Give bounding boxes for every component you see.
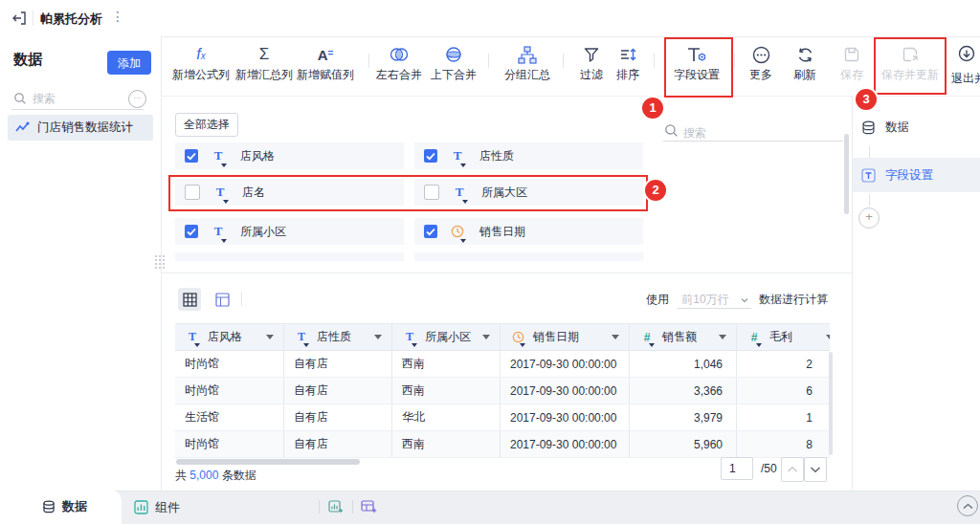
toolbar-sort[interactable]: 排序 (613, 42, 642, 88)
field-row-clipped (175, 252, 404, 261)
toolbar-save-and-update[interactable]: 保存并更新 (880, 42, 941, 88)
field-row-xiaoshouriqi[interactable]: 销售日期 (414, 218, 643, 245)
text-type-icon[interactable]: T (210, 148, 227, 164)
field-row-suoshuxiaoqu[interactable]: T 所属小区 (175, 218, 404, 245)
collapse-panel-button[interactable] (957, 495, 978, 516)
table-row[interactable]: 时尚馆 自有店 西南 2017-09-30 00:00:00 1,046 2 (175, 351, 830, 378)
row-count-value[interactable]: 5,000 (189, 469, 218, 482)
field-row-dianfengge[interactable]: T 店风格 (175, 142, 404, 169)
checkbox-checked[interactable] (424, 149, 437, 163)
text-type-icon[interactable]: T (212, 185, 229, 200)
checkbox-checked[interactable] (424, 225, 437, 238)
step-connector (869, 146, 870, 158)
field-settings-icon (671, 42, 723, 67)
sidebar-item-dataset[interactable]: 门店销售数据统计 (8, 115, 153, 141)
text-type-icon[interactable]: T (210, 224, 227, 239)
chevron-down-icon (740, 295, 749, 308)
checkbox-unchecked[interactable] (185, 185, 200, 200)
save-update-icon (880, 42, 941, 67)
page-down-button[interactable] (804, 457, 827, 482)
column-header[interactable]: # 销售额 (630, 324, 737, 351)
checkbox-checked[interactable] (185, 225, 198, 238)
header-dropdown-caret[interactable] (826, 335, 830, 339)
date-clock-icon[interactable] (449, 225, 466, 239)
field-row-clipped (414, 252, 643, 261)
panel-drag-handle[interactable] (154, 254, 165, 274)
field-row-dianming[interactable]: T 店名 (175, 179, 404, 206)
toolbar-filter[interactable]: 过滤 (577, 42, 606, 88)
tab-data[interactable]: 数据 (0, 490, 122, 524)
checkbox-unchecked[interactable] (424, 185, 439, 200)
toolbar-merge-top-bottom[interactable]: 上下合并 (429, 42, 479, 88)
toolbar-field-settings[interactable]: 字段设置 (671, 42, 723, 88)
venn-horizontal-icon (374, 42, 424, 67)
table-header-row: T 店风格 T 店性质 T 所属小区 销售日期 # 销售额 # 毛利 (175, 324, 830, 351)
table-row[interactable]: 时尚馆 自有店 西南 2017-09-30 00:00:00 5,960 8 (175, 431, 830, 458)
page-number-input[interactable] (721, 457, 753, 480)
exit-preview-icon[interactable] (957, 44, 980, 66)
toolbar-new-assign-column[interactable]: A= 新增赋值列 (295, 42, 356, 88)
column-header[interactable]: # 毛利 (737, 324, 830, 351)
kebab-menu-icon[interactable]: ⋮ (111, 9, 124, 24)
table-horizontal-scrollbar[interactable] (176, 459, 360, 465)
toolbar-group-summary[interactable]: 分组汇总 (502, 42, 552, 88)
row-limit-dropdown[interactable]: 前10万行 (678, 293, 751, 309)
field-panel-scrollbar[interactable] (844, 134, 849, 214)
text-type-icon[interactable]: T (449, 148, 466, 164)
chevron-up-icon (787, 466, 798, 473)
toolbar-exit-label[interactable]: 退出并预览 (951, 71, 980, 87)
select-all-button[interactable]: 全部选择 (175, 113, 238, 137)
toolbar-divider (563, 54, 564, 68)
top-bar: 帕累托分析 ⋮ (0, 0, 980, 37)
header-dropdown-caret[interactable] (719, 335, 726, 339)
toolbar-merge-left-right[interactable]: 左右合并 (374, 42, 424, 88)
column-header[interactable]: T 所属小区 (392, 324, 501, 351)
add-dataset-button[interactable]: 添加 (107, 51, 151, 75)
page-total-label: /50 (761, 462, 777, 475)
table-row[interactable]: 时尚馆 自有店 西南 2017-09-30 00:00:00 3,366 6 (175, 378, 830, 404)
add-step-button[interactable]: + (858, 207, 880, 229)
header-dropdown-caret[interactable] (266, 335, 274, 339)
date-clock-icon (510, 331, 525, 344)
page-title: 帕累托分析 (40, 11, 102, 28)
toolbar-refresh[interactable]: 刷新 (791, 42, 819, 88)
add-chart-icon[interactable] (328, 499, 344, 517)
field-search-underline (663, 141, 843, 142)
tab-component[interactable]: 组件 (126, 491, 212, 524)
tab-data-label: 数据 (62, 498, 87, 515)
toolbar-new-formula-column[interactable]: fx 新增公式列 (170, 42, 232, 88)
header-dropdown-caret[interactable] (612, 335, 619, 339)
dataset-label: 门店销售数据统计 (37, 120, 133, 136)
right-panel-item-field-settings[interactable]: 字段设置 (853, 158, 980, 192)
text-type-icon: T (185, 330, 200, 344)
toolbar-more[interactable]: 更多 (746, 42, 775, 88)
toolbar-save[interactable]: 保存 (837, 42, 866, 88)
panel-view-button[interactable] (211, 288, 234, 311)
column-header[interactable]: 销售日期 (501, 324, 630, 351)
save-icon (837, 42, 866, 67)
text-type-icon[interactable]: T (451, 185, 468, 200)
exit-door-icon[interactable] (11, 10, 28, 30)
grid-view-button[interactable] (178, 288, 201, 311)
sidebar-search-input[interactable] (11, 88, 144, 110)
header-dropdown-caret[interactable] (374, 335, 382, 339)
annotation-badge-3: 3 (856, 89, 877, 110)
checkbox-checked[interactable] (185, 149, 198, 163)
column-header[interactable]: T 店性质 (284, 324, 392, 351)
table-row[interactable]: 生活馆 自有店 华北 2017-09-30 00:00:00 3,979 1 (175, 404, 830, 431)
column-header[interactable]: T 店风格 (175, 324, 284, 351)
right-panel-item-data[interactable]: 数据 (853, 110, 980, 144)
page-up-button[interactable] (781, 457, 804, 482)
header-dropdown-caret[interactable] (482, 335, 490, 339)
toolbar-divider (488, 54, 489, 68)
annotation-badge-1: 1 (642, 98, 663, 119)
field-row-dianxingzhi[interactable]: T 店性质 (414, 142, 643, 169)
add-dashboard-icon[interactable] (361, 499, 377, 517)
field-row-suoshudaqu[interactable]: T 所属大区 (414, 179, 643, 206)
refresh-icon (791, 42, 819, 67)
search-more-icon[interactable]: ··· (128, 90, 146, 108)
toolbar-new-summary-column[interactable]: Σ 新增汇总列 (234, 42, 295, 88)
table-vertical-scrollbar[interactable] (829, 352, 833, 455)
line-chart-icon (15, 121, 30, 134)
chevron-down-icon (810, 466, 821, 473)
